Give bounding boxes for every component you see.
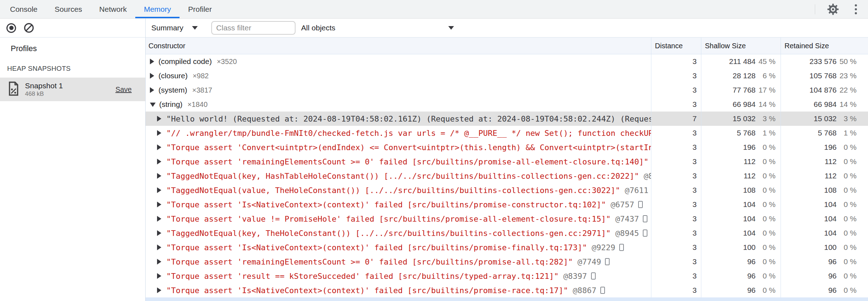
retained-size-cell: 15 032 3 % (781, 112, 868, 126)
shallow-size-value: 104 (743, 214, 756, 223)
retained-size-cell: 96 0 % (781, 283, 868, 297)
clear-profiles-icon[interactable] (24, 23, 34, 33)
retained-size-cell: 66 984 14 % (781, 97, 868, 112)
shallow-size-cell: 66 984 14 % (701, 97, 781, 112)
retained-size-value: 96 (828, 257, 837, 266)
table-row[interactable]: "Torque assert 'value != PromiseHole' fa… (146, 212, 868, 226)
constructor-name: "TaggedNotEqual(value, TheHoleConstant()… (166, 186, 620, 195)
distance-cell: 3 (651, 212, 701, 226)
constructor-cell: "TaggedNotEqual(key, TheHoleConstant()) … (146, 226, 651, 240)
retained-size-cell: 104 0 % (781, 197, 868, 212)
disclosure-triangle-icon[interactable] (157, 287, 161, 293)
perspective-select-value: Summary (151, 24, 183, 32)
column-header-distance[interactable]: Distance (651, 38, 701, 54)
shallow-size-percent: 0 % (756, 286, 781, 295)
perspective-select[interactable]: Summary (151, 24, 198, 32)
constructor-name: "Hello world! (Requested at: 2024-08-19T… (166, 114, 651, 123)
table-row[interactable]: (closure) ×982 3 28 128 6 % 105 768 23 % (146, 69, 868, 83)
table-row[interactable]: "Torque assert 'Is<NativeContext>(contex… (146, 283, 868, 297)
column-header-retained-size[interactable]: Retained Size (781, 38, 868, 54)
retained-size-cell: 96 0 % (781, 255, 868, 269)
table-row[interactable]: (string) ×1840 3 66 984 14 % 66 984 14 % (146, 97, 868, 112)
tab-network[interactable]: Network (91, 0, 135, 18)
shallow-size-value: 104 (743, 200, 756, 209)
shallow-size-value: 108 (743, 186, 756, 194)
distance-cell: 3 (651, 69, 701, 83)
disclosure-triangle-icon[interactable] (150, 73, 154, 79)
disclosure-triangle-icon[interactable] (157, 202, 161, 207)
object-id: @7437 (615, 214, 639, 223)
tab-sources[interactable]: Sources (46, 0, 91, 18)
table-row[interactable]: "Torque assert 'remainingElementsCount >… (146, 154, 868, 169)
constructor-name: "Torque assert 'Convert<uintptr>(endInde… (166, 143, 651, 152)
disclosure-triangle-icon[interactable] (157, 273, 161, 279)
retained-size-value: 100 (824, 243, 837, 252)
class-filter-input[interactable] (211, 21, 296, 35)
disclosure-triangle-icon[interactable] (157, 159, 161, 164)
distance-cell: 7 (651, 112, 701, 126)
instance-count: ×1840 (187, 100, 207, 109)
tab-profiler[interactable]: Profiler (180, 0, 221, 18)
missing-glyph-box-icon (619, 244, 624, 251)
shallow-size-value: 66 984 (733, 100, 756, 109)
snapshot-list-item[interactable]: Snapshot 1 468 kB Save (0, 78, 145, 101)
settings-gear-icon[interactable] (827, 3, 839, 16)
shallow-size-percent: 14 % (756, 100, 781, 109)
chevron-down-icon (448, 26, 454, 30)
disclosure-triangle-icon[interactable] (150, 59, 154, 64)
devtools-window: ConsoleSourcesNetworkMemoryProfiler (0, 0, 868, 301)
disclosure-triangle-icon[interactable] (157, 187, 161, 193)
constructor-name: "Torque assert 'value != PromiseHole' fa… (166, 214, 611, 223)
table-row[interactable]: (compiled code) ×3520 3 211 484 45 % 233… (146, 54, 868, 69)
table-row[interactable]: (system) ×3817 3 77 768 17 % 104 876 22 … (146, 83, 868, 97)
disclosure-triangle-icon[interactable] (157, 116, 161, 122)
disclosure-triangle-icon[interactable] (157, 130, 161, 136)
shallow-size-value: 96 (747, 257, 756, 266)
disclosure-triangle-icon[interactable] (150, 87, 154, 93)
more-options-kebab-icon[interactable] (849, 3, 862, 16)
shallow-size-percent: 0 % (756, 186, 781, 194)
table-row[interactable]: "TaggedNotEqual(key, HashTableHoleConsta… (146, 169, 868, 183)
table-row[interactable]: "Torque assert 'result == kStoreSucceded… (146, 269, 868, 283)
column-header-constructor[interactable]: Constructor (146, 38, 651, 54)
devtools-tabbar: ConsoleSourcesNetworkMemoryProfiler (0, 0, 868, 19)
grid-header: Constructor Distance Shallow Size Retain… (146, 38, 868, 54)
table-row[interactable]: "Torque assert 'Is<NativeContext>(contex… (146, 197, 868, 212)
record-heap-snapshot-icon[interactable] (6, 23, 16, 33)
shallow-size-cell: 5 768 1 % (701, 126, 781, 140)
table-row[interactable]: "TaggedNotEqual(value, TheHoleConstant()… (146, 183, 868, 197)
heap-snapshot-grid: Constructor Distance Shallow Size Retain… (146, 38, 868, 301)
snapshot-save-link[interactable]: Save (115, 85, 132, 94)
table-row[interactable]: "Torque assert 'remainingElementsCount >… (146, 255, 868, 269)
disclosure-triangle-icon[interactable] (150, 103, 156, 107)
table-row[interactable]: "Hello world! (Requested at: 2024-08-19T… (146, 112, 868, 126)
shallow-size-cell: 96 0 % (701, 283, 781, 297)
snapshot-title: Snapshot 1 (25, 81, 63, 90)
missing-glyph-box-icon (591, 272, 596, 280)
shallow-size-value: 112 (744, 157, 756, 166)
retained-size-percent: 0 % (837, 172, 868, 180)
column-header-shallow-size[interactable]: Shallow Size (701, 38, 781, 54)
disclosure-triangle-icon[interactable] (157, 230, 161, 236)
distance-cell: 3 (651, 169, 701, 183)
shallow-size-value: 15 032 (733, 114, 756, 123)
shallow-size-value: 104 (743, 229, 756, 237)
disclosure-triangle-icon[interactable] (157, 173, 161, 179)
disclosure-triangle-icon[interactable] (157, 259, 161, 265)
object-scope-select[interactable]: All objects (301, 24, 454, 32)
constructor-name: "Torque assert 'Is<NativeContext>(contex… (166, 243, 587, 252)
disclosure-triangle-icon[interactable] (157, 216, 161, 222)
table-row[interactable]: "Torque assert 'Is<NativeContext>(contex… (146, 240, 868, 255)
table-row[interactable]: "Torque assert 'Convert<uintptr>(endInde… (146, 140, 868, 154)
tab-console[interactable]: Console (1, 0, 46, 18)
disclosure-triangle-icon[interactable] (157, 245, 161, 250)
tabbar-right-controls (815, 0, 868, 18)
table-row[interactable]: "TaggedNotEqual(key, TheHoleConstant()) … (146, 226, 868, 240)
retained-size-value: 104 (824, 229, 837, 237)
table-row[interactable]: "// .wrangler/tmp/bundle-FmNIt0/checked-… (146, 126, 868, 140)
disclosure-triangle-icon[interactable] (157, 144, 161, 150)
retained-size-value: 15 032 (814, 114, 837, 123)
object-id: @6757 (611, 200, 634, 209)
retained-size-percent: 0 % (837, 214, 868, 223)
tab-memory[interactable]: Memory (135, 0, 180, 18)
